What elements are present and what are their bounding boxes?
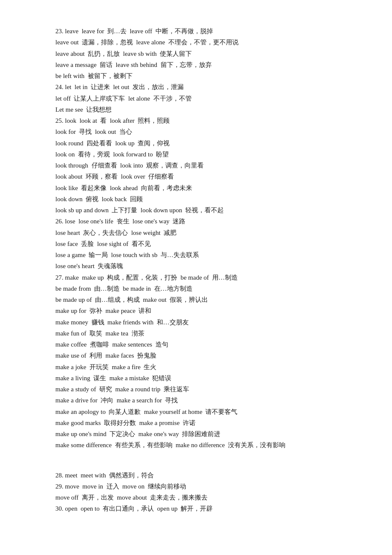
content-line: let off 让某人上岸或下车 let alone 不干涉，不管	[55, 93, 337, 104]
content-line: lose one's heart 失魂落魄	[55, 260, 337, 272]
content-line: look through 仔细查看 look into 观察，调查，向里看	[55, 160, 337, 171]
empty-line	[55, 451, 337, 460]
content-line: Let me see 让我想想	[55, 104, 337, 115]
content-line: look round 四处看看 look up 查阅，仰视	[55, 138, 337, 149]
content-line: make fun of 取笑 make tea 沏茶	[55, 328, 337, 339]
content-line: make some difference 有些关系，有些影响 make no d…	[55, 439, 337, 451]
content-line: 30. open open to 有出口通向，承认 open up 解开，开辟	[55, 503, 337, 514]
content-line: lose face 丢脸 lose sight of 看不见	[55, 238, 337, 249]
content-line: make an apology to 向某人道歉 make yourself a…	[55, 406, 337, 417]
content-line: 24. let let in 让进来 let out 发出，放出，泄漏	[55, 81, 337, 92]
content-line: lose heart 灰心，失去信心 lose weight 减肥	[55, 227, 337, 238]
content-line: 26. lose lose one's life 丧生 lose one's w…	[55, 216, 337, 227]
content-line: be made up of 由…组成，构成 make out 假装，辨认出	[55, 294, 337, 305]
content-line: look on 看待，旁观 look forward to 盼望	[55, 149, 337, 160]
content-line: 29. move move in 迁入 move on 继续向前移动	[55, 481, 337, 492]
content-line: look down 俯视 look back 回顾	[55, 194, 337, 205]
content-line: 28. meet meet with 偶然遇到，符合	[55, 470, 337, 481]
content-line: look for 寻找 look out 当心	[55, 126, 337, 137]
content-line: leave about 乱扔，乱放 leave sb with 使某人留下	[55, 48, 337, 59]
content-line: be made from 由…制造 be made in 在…地方制造	[55, 283, 337, 294]
content-line: 27. make make up 构成，配置，化装，打扮 be made of …	[55, 272, 337, 283]
content-line: 25. look look at 看 look after 照料，照顾	[55, 115, 337, 126]
content-line: be left with 被留下，被剩下	[55, 70, 337, 81]
content-line: make a living 谋生 make a mistake 犯错误	[55, 373, 337, 384]
content-line: look like 看起来像 look ahead 向前看，考虑未来	[55, 182, 337, 194]
content-line: make money 赚钱 make friends with 和…交朋友	[55, 317, 337, 328]
content-line: make good marks 取得好分数 make a promise 许诺	[55, 417, 337, 428]
content-line: 23. leave leave for 到…去 leave off 中断，不再做…	[55, 26, 337, 37]
content-line: make a drive for 冲向 make a search for 寻找	[55, 395, 337, 406]
content-line: make a joke 开玩笑 make a fire 生火	[55, 361, 337, 373]
content-line: make use of 利用 make faces 扮鬼脸	[55, 350, 337, 361]
content-line: make coffee 煮咖啡 make sentences 造句	[55, 339, 337, 350]
empty-line	[55, 460, 337, 470]
main-content: 23. leave leave for 到…去 leave off 中断，不再做…	[55, 26, 337, 515]
content-line: make up one's mind 下定决心 make one's way 排…	[55, 428, 337, 439]
content-line: make a study of 研究 make a round trip 乘往返…	[55, 384, 337, 395]
content-line: leave a message 留话 leave sth behind 留下，忘…	[55, 59, 337, 70]
content-line: make up for 弥补 make peace 讲和	[55, 305, 337, 316]
content-line: move off 离开，出发 move about 走来走去，搬来搬去	[55, 492, 337, 503]
content-line: look about 环顾，察看 look over 仔细察看	[55, 171, 337, 182]
content-line: leave out 遗漏，排除，忽视 leave alone 不理会，不管，更不…	[55, 37, 337, 48]
content-line: lose a game 输一局 lose touch with sb 与…失去联…	[55, 249, 337, 260]
content-line: look sb up and down 上下打量 look down upon …	[55, 205, 337, 216]
